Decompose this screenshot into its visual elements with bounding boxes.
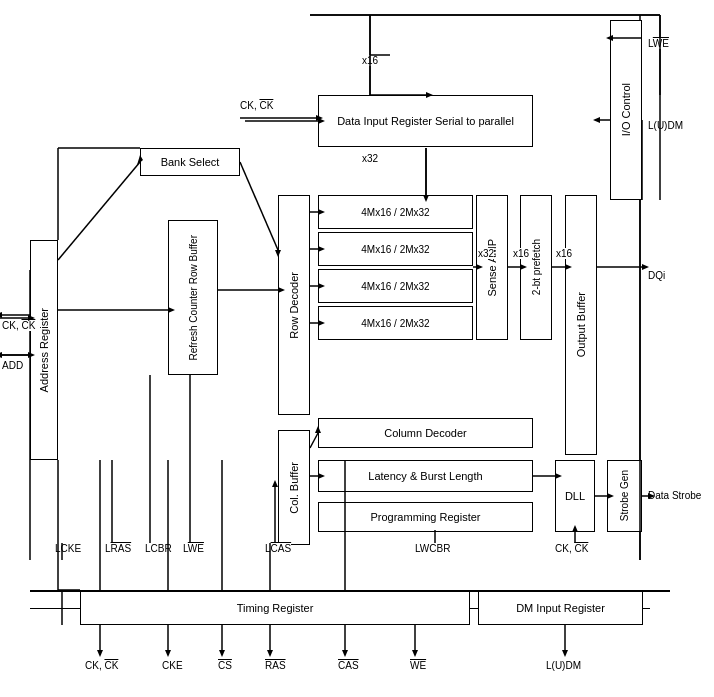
col-buffer: Col. Buffer	[278, 430, 310, 545]
x32-label: x32	[362, 153, 378, 164]
bottom-cas-label: CAS	[338, 660, 359, 671]
diagram: Address Register Bank Select Refresh Cou…	[0, 0, 714, 697]
bottom-ras-label: RAS	[265, 660, 286, 671]
lcas-label: LCAS	[265, 543, 291, 554]
svg-marker-56	[0, 312, 2, 318]
array-3: 4Mx16 / 2Mx32	[318, 269, 473, 303]
ck-ck-top-label: CK, CK	[240, 100, 273, 111]
bottom-we-label: WE	[410, 660, 426, 671]
latency-burst-length: Latency & Burst Length	[318, 460, 533, 492]
lwe-right-label: LWE	[648, 38, 669, 49]
ck-ck-left-label: CK, CK	[2, 320, 35, 331]
ludm-right-label: L(U)DM	[648, 120, 683, 131]
x16-out-label: x16	[556, 248, 572, 259]
bank-select: Bank Select	[140, 148, 240, 176]
lwe-left-label: LWE	[183, 543, 204, 554]
svg-marker-83	[562, 650, 568, 657]
lcbr-left-label: LCBR	[145, 543, 172, 554]
prefetch: 2-bt prefetch	[520, 195, 552, 340]
bottom-ck-ck-label: CK, CK	[85, 660, 118, 671]
x32-sense-label: x32	[478, 248, 494, 259]
svg-marker-58	[0, 352, 2, 358]
dll: DLL	[555, 460, 595, 532]
lras-label: LRAS	[105, 543, 131, 554]
x16-sense-label: x16	[513, 248, 529, 259]
svg-marker-71	[97, 650, 103, 657]
data-input-register: Data Input Register Serial to parallel	[318, 95, 533, 147]
sense-amp: Sense AMP	[476, 195, 508, 340]
io-control: I/O Control	[610, 20, 642, 200]
array-1: 4Mx16 / 2Mx32	[318, 195, 473, 229]
array-4: 4Mx16 / 2Mx32	[318, 306, 473, 340]
row-decoder: Row Decoder	[278, 195, 310, 415]
timing-register: Timing Register	[80, 590, 470, 625]
lcke-label: LCKE	[55, 543, 81, 554]
array-2: 4Mx16 / 2Mx32	[318, 232, 473, 266]
ck-ck-bottom-right-label: CK, CK	[555, 543, 588, 554]
lwcbr-label: LWCBR	[415, 543, 450, 554]
dm-input-register: DM Input Register	[478, 590, 643, 625]
svg-marker-75	[219, 650, 225, 657]
add-label: ADD	[2, 360, 23, 371]
svg-marker-73	[165, 650, 171, 657]
svg-line-18	[240, 162, 278, 250]
bottom-cke-label: CKE	[162, 660, 183, 671]
svg-marker-81	[412, 650, 418, 657]
svg-marker-77	[267, 650, 273, 657]
refresh-counter-row-buffer: Refresh Counter Row Buffer	[168, 220, 218, 375]
svg-marker-41	[593, 117, 600, 123]
address-register: Address Register	[30, 240, 58, 460]
bottom-ludm-label: L(U)DM	[546, 660, 581, 671]
svg-line-16	[58, 162, 140, 260]
svg-marker-79	[342, 650, 348, 657]
dqi-label: DQi	[648, 270, 665, 281]
column-decoder: Column Decoder	[318, 418, 533, 448]
bottom-cs-label: CS	[218, 660, 232, 671]
output-buffer: Output Buffer	[565, 195, 597, 455]
x16-top-label: x16	[362, 55, 378, 66]
svg-line-45	[310, 433, 318, 448]
data-strobe-label: Data Strobe	[648, 490, 701, 501]
programming-register: Programming Register	[318, 502, 533, 532]
strobe-gen: Strobe Gen	[607, 460, 642, 532]
